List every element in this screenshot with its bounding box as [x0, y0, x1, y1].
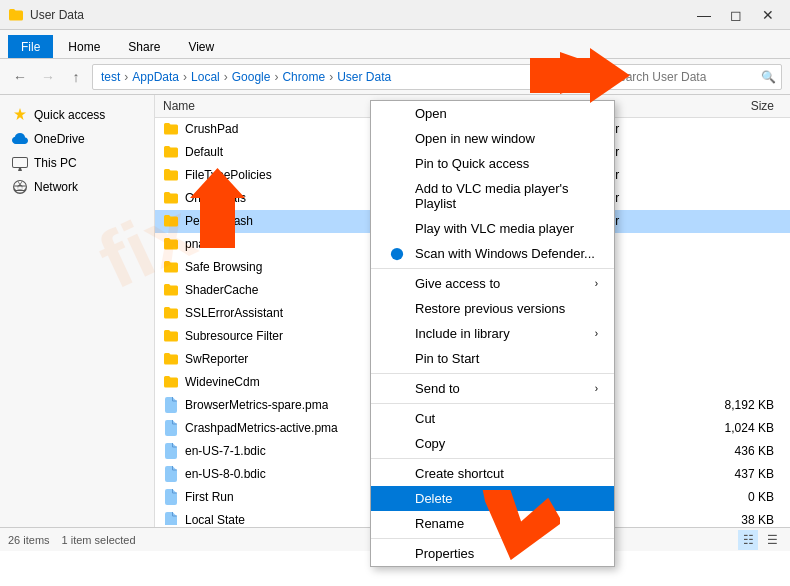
- file-size: 0 KB: [682, 490, 782, 504]
- ctx-item-label: Open in new window: [415, 131, 598, 146]
- address-path[interactable]: test › AppData › Local › Google › Chrome…: [92, 64, 570, 90]
- ctx-item-label: Add to VLC media player's Playlist: [415, 181, 598, 211]
- tab-file[interactable]: File: [8, 35, 53, 58]
- search-input[interactable]: [611, 70, 761, 84]
- path-local[interactable]: Local: [191, 70, 220, 84]
- back-button[interactable]: ←: [8, 65, 32, 89]
- file-name: CrushPad: [185, 122, 238, 136]
- folder-icon: [163, 167, 179, 183]
- search-icon: 🔍: [761, 70, 776, 84]
- path-chrome[interactable]: Chrome: [282, 70, 325, 84]
- path-google[interactable]: Google: [232, 70, 271, 84]
- context-menu-item[interactable]: Open in new window: [371, 126, 614, 151]
- context-menu-item[interactable]: Delete: [371, 486, 614, 511]
- folder-icon: [163, 121, 179, 137]
- close-button[interactable]: ✕: [754, 5, 782, 25]
- file-name: en-US-7-1.bdic: [185, 444, 266, 458]
- sidebar-item-quickaccess[interactable]: Quick access: [0, 103, 154, 127]
- ctx-item-label: Give access to: [415, 276, 595, 291]
- details-view-button[interactable]: ☰: [762, 530, 782, 550]
- tab-share[interactable]: Share: [115, 35, 173, 58]
- ctx-item-label: Properties: [415, 546, 598, 561]
- ctx-item-label: Rename: [415, 516, 598, 531]
- ctx-item-label: Create shortcut: [415, 466, 598, 481]
- sidebar-item-thispc[interactable]: This PC: [0, 151, 154, 175]
- window-title: User Data: [30, 8, 690, 22]
- folder-icon: [163, 374, 179, 390]
- maximize-button[interactable]: ◻: [722, 5, 750, 25]
- context-menu-separator: [371, 458, 614, 459]
- list-view-button[interactable]: ☷: [738, 530, 758, 550]
- context-menu-item[interactable]: Include in library›: [371, 321, 614, 346]
- tab-view[interactable]: View: [175, 35, 227, 58]
- file-icon: [163, 397, 179, 413]
- file-icon: [163, 443, 179, 459]
- ctx-item-label: Delete: [415, 491, 598, 506]
- tab-home[interactable]: Home: [55, 35, 113, 58]
- sidebar-item-network[interactable]: Network: [0, 175, 154, 199]
- context-menu-item[interactable]: Give access to›: [371, 271, 614, 296]
- title-bar: User Data — ◻ ✕: [0, 0, 790, 30]
- search-box[interactable]: 🔍: [602, 64, 782, 90]
- col-header-size[interactable]: Size: [682, 99, 782, 113]
- folder-icon: [163, 328, 179, 344]
- context-menu-separator: [371, 268, 614, 269]
- file-icon: [163, 489, 179, 505]
- minimize-button[interactable]: —: [690, 5, 718, 25]
- refresh-button[interactable]: ↻: [574, 65, 598, 89]
- file-name: FileTypePolicies: [185, 168, 272, 182]
- forward-button[interactable]: →: [36, 65, 60, 89]
- submenu-arrow: ›: [595, 328, 598, 339]
- context-menu-item[interactable]: Send to›: [371, 376, 614, 401]
- file-name: CrashpadMetrics-active.pma: [185, 421, 338, 435]
- file-icon: [163, 512, 179, 525]
- context-menu-item[interactable]: Copy: [371, 431, 614, 456]
- file-size: 436 KB: [682, 444, 782, 458]
- context-menu-item[interactable]: Scan with Windows Defender...: [371, 241, 614, 266]
- context-menu-item[interactable]: Restore previous versions: [371, 296, 614, 321]
- ctx-item-label: Copy: [415, 436, 598, 451]
- context-menu-item[interactable]: Pin to Quick access: [371, 151, 614, 176]
- view-controls: ☷ ☰: [738, 530, 782, 550]
- ribbon-tabs: File Home Share View: [0, 30, 790, 58]
- ctx-item-label: Play with VLC media player: [415, 221, 598, 236]
- context-menu-item[interactable]: Cut: [371, 406, 614, 431]
- file-name: Local State: [185, 513, 245, 525]
- submenu-arrow: ›: [595, 383, 598, 394]
- folder-icon: [163, 351, 179, 367]
- address-bar: ← → ↑ test › AppData › Local › Google › …: [0, 59, 790, 95]
- folder-icon: [163, 236, 179, 252]
- context-menu-item[interactable]: Properties: [371, 541, 614, 566]
- context-menu-item[interactable]: Play with VLC media player: [371, 216, 614, 241]
- network-icon: [12, 179, 28, 195]
- context-menu-item[interactable]: Open: [371, 101, 614, 126]
- folder-icon: [163, 259, 179, 275]
- context-menu: OpenOpen in new windowPin to Quick acces…: [370, 100, 615, 567]
- context-menu-item[interactable]: Pin to Start: [371, 346, 614, 371]
- item-count: 26 items: [8, 534, 50, 546]
- context-menu-separator: [371, 538, 614, 539]
- file-name: BrowserMetrics-spare.pma: [185, 398, 328, 412]
- sidebar-thispc-label: This PC: [34, 156, 77, 170]
- context-menu-item[interactable]: Rename: [371, 511, 614, 536]
- folder-icon: [163, 282, 179, 298]
- folder-icon: [163, 190, 179, 206]
- file-name: SwReporter: [185, 352, 248, 366]
- path-appdata[interactable]: AppData: [132, 70, 179, 84]
- sidebar-item-onedrive[interactable]: OneDrive: [0, 127, 154, 151]
- context-menu-item[interactable]: Add to VLC media player's Playlist: [371, 176, 614, 216]
- context-menu-separator: [371, 403, 614, 404]
- context-menu-item[interactable]: Create shortcut: [371, 461, 614, 486]
- up-button[interactable]: ↑: [64, 65, 88, 89]
- path-userdata[interactable]: User Data: [337, 70, 391, 84]
- folder-icon: [163, 305, 179, 321]
- file-size: 38 KB: [682, 513, 782, 525]
- cloud-icon: [12, 131, 28, 147]
- ribbon: File Home Share View: [0, 30, 790, 59]
- col-header-name[interactable]: Name: [163, 99, 394, 113]
- ctx-item-label: Scan with Windows Defender...: [415, 246, 598, 261]
- path-test[interactable]: test: [101, 70, 120, 84]
- folder-icon: [163, 144, 179, 160]
- file-size: 437 KB: [682, 467, 782, 481]
- file-icon: [163, 420, 179, 436]
